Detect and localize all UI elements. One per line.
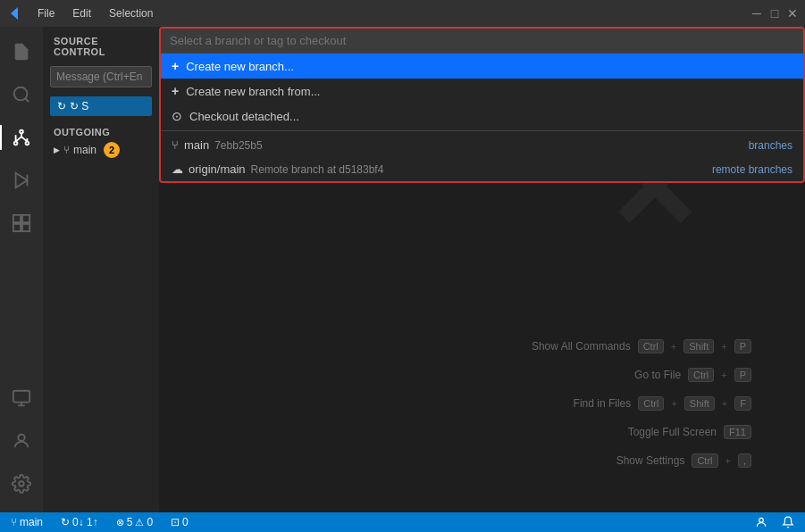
sync-icon: ↻ xyxy=(57,100,66,112)
status-branch-name: main xyxy=(20,516,43,528)
svg-rect-8 xyxy=(22,215,29,222)
shortcuts-area: Show All Commands Ctrl + Shift + P Go to… xyxy=(532,339,751,468)
branch-origin-main-item[interactable]: ☁ origin/main Remote branch at d5183bf4 … xyxy=(161,157,803,181)
sidebar-title: SOURCE CONTROL xyxy=(43,27,159,62)
kbd-f11: F11 xyxy=(724,425,751,439)
create-branch-label: Create new branch... xyxy=(186,60,294,73)
activity-extensions[interactable] xyxy=(0,202,43,245)
activity-settings[interactable] xyxy=(0,462,43,505)
badge-count: 2 xyxy=(104,142,120,158)
create-branch-from-label: Create new branch from... xyxy=(186,85,320,98)
create-new-branch-item[interactable]: + Create new branch... xyxy=(161,54,803,79)
shortcut-goto-file: Go to File Ctrl + P xyxy=(532,368,751,382)
status-sync[interactable]: ↻ 0↓ 1↑ xyxy=(57,516,102,528)
activity-account[interactable] xyxy=(0,420,43,462)
branch-name: main xyxy=(73,144,96,156)
svg-line-1 xyxy=(25,98,29,102)
minimize-button[interactable]: ─ xyxy=(751,8,762,19)
svg-point-4 xyxy=(26,142,29,145)
maximize-button[interactable]: □ xyxy=(769,8,780,19)
svg-point-0 xyxy=(14,87,28,101)
status-branch[interactable]: ⑂ main xyxy=(7,516,46,528)
origin-main-desc: Remote branch at d5183bf4 xyxy=(251,163,384,176)
origin-main-name: origin/main xyxy=(189,162,246,176)
status-remote-icon: ⊡ xyxy=(171,516,180,528)
activity-search[interactable] xyxy=(0,73,43,116)
sidebar-branch-row[interactable]: ▶ ⑂ main 2 xyxy=(43,139,159,161)
dropdown-container: + Create new branch... + Create new bran… xyxy=(159,27,805,183)
svg-point-14 xyxy=(18,435,24,441)
svg-rect-7 xyxy=(13,215,21,222)
sidebar-sync-button[interactable]: ↻ ↻ S xyxy=(50,96,152,116)
titlebar: File Edit Selection ─ □ ✕ xyxy=(0,0,805,27)
shortcut-commands: Show All Commands Ctrl + Shift + P xyxy=(532,339,751,353)
plus-icon-2: + xyxy=(172,84,179,98)
main-layout: SOURCE CONTROL Message (Ctrl+En ↻ ↻ S Ou… xyxy=(0,27,805,512)
svg-rect-11 xyxy=(13,391,29,403)
shortcut-find-label: Find in Files xyxy=(574,397,632,410)
titlebar-menus: File Edit Selection xyxy=(30,5,160,21)
activity-source-control[interactable] xyxy=(0,116,43,159)
detach-icon: ⊙ xyxy=(172,109,182,123)
titlebar-controls: ─ □ ✕ xyxy=(751,8,798,19)
svg-point-2 xyxy=(20,130,23,134)
svg-rect-10 xyxy=(22,224,29,231)
branch-main-item[interactable]: ⑂ main 7ebb25b5 branches xyxy=(161,133,803,157)
branches-tag: branches xyxy=(749,139,792,152)
branch-icon: ⑂ xyxy=(63,144,70,156)
menu-file[interactable]: File xyxy=(30,5,62,21)
activity-run[interactable] xyxy=(0,159,43,202)
activity-remote[interactable] xyxy=(0,377,43,420)
branch-search-input[interactable] xyxy=(170,34,794,47)
create-branch-from-item[interactable]: + Create new branch from... xyxy=(161,79,803,104)
svg-point-15 xyxy=(19,481,24,486)
kbd-p-1: P xyxy=(734,339,751,353)
menu-selection[interactable]: Selection xyxy=(102,5,160,21)
status-sync-counts: 0↓ 1↑ xyxy=(72,516,98,528)
activity-explorer[interactable] xyxy=(0,30,43,73)
checkout-detached-label: Checkout detached... xyxy=(189,110,299,123)
checkout-detached-item[interactable]: ⊙ Checkout detached... xyxy=(161,104,803,129)
status-remote-count: 0 xyxy=(182,516,189,528)
editor-area: ✕ + Create new branch... + Create new br… xyxy=(159,27,805,512)
titlebar-left: File Edit Selection xyxy=(7,5,160,21)
status-right xyxy=(751,516,798,528)
status-errors[interactable]: ⊗ 5 ⚠ 0 xyxy=(113,516,156,528)
status-remote[interactable]: ⊡ 0 xyxy=(167,516,192,528)
plus-icon: + xyxy=(172,59,179,73)
outgoing-label: Outgoing xyxy=(43,121,159,139)
sync-label: ↻ S xyxy=(70,100,88,112)
branch-main-hash: 7ebb25b5 xyxy=(214,139,262,152)
vscode-logo xyxy=(7,6,21,21)
menu-edit[interactable]: Edit xyxy=(65,5,98,21)
shortcut-settings-label: Show Settings xyxy=(616,454,685,467)
status-error-icon: ⊗ xyxy=(116,517,124,528)
status-account-icon[interactable] xyxy=(751,516,771,528)
status-warning-count: 0 xyxy=(147,516,153,528)
dropdown-divider xyxy=(161,130,803,131)
kbd-ctrl-1: Ctrl xyxy=(638,339,664,353)
sidebar-message-input[interactable]: Message (Ctrl+En xyxy=(50,66,152,87)
status-left: ⑂ main ↻ 0↓ 1↑ ⊗ 5 ⚠ 0 ⊡ 0 xyxy=(7,516,192,528)
remote-branches-tag: remote branches xyxy=(712,163,792,176)
chevron-icon: ▶ xyxy=(54,145,60,154)
kbd-shift-1: Shift xyxy=(683,339,714,353)
shortcut-commands-label: Show All Commands xyxy=(532,340,631,353)
status-warning-icon: ⚠ xyxy=(135,517,144,528)
svg-marker-5 xyxy=(16,173,28,188)
dropdown-input-row xyxy=(161,29,803,54)
kbd-ctrl-2: Ctrl xyxy=(688,368,714,382)
kbd-comma: , xyxy=(738,453,751,468)
branch-main-name: main xyxy=(184,138,209,152)
kbd-ctrl-3: Ctrl xyxy=(638,396,664,411)
sidebar: SOURCE CONTROL Message (Ctrl+En ↻ ↻ S Ou… xyxy=(43,27,159,512)
shortcut-settings: Show Settings Ctrl + , xyxy=(532,453,751,468)
shortcut-fullscreen: Toggle Full Screen F11 xyxy=(532,425,751,439)
activity-bar xyxy=(0,27,43,512)
status-git-icon: ⑂ xyxy=(11,516,17,528)
status-notifications-icon[interactable] xyxy=(778,516,798,528)
kbd-p-2: P xyxy=(734,368,751,382)
status-sync-icon: ↻ xyxy=(61,516,70,528)
kbd-ctrl-4: Ctrl xyxy=(692,453,717,468)
close-button[interactable]: ✕ xyxy=(787,8,798,19)
